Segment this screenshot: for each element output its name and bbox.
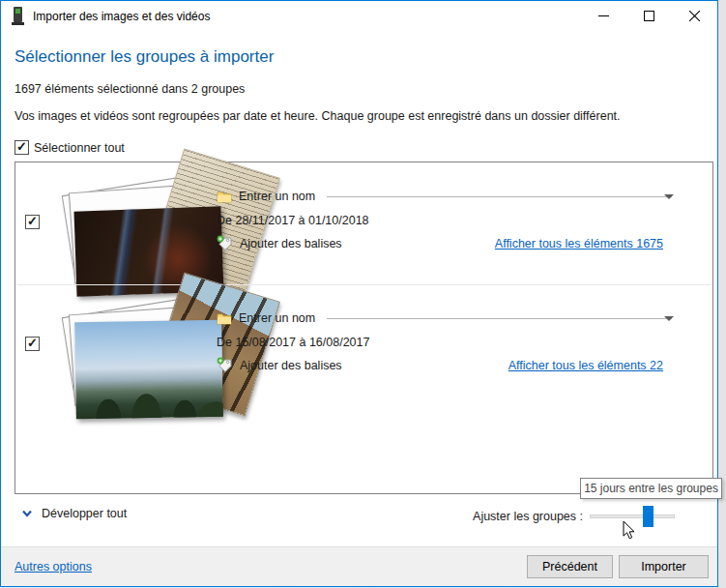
maximize-icon [644, 11, 654, 21]
group-1-show-all-link[interactable]: Afficher tous les éléments 1675 [495, 237, 663, 250]
minimize-button[interactable] [581, 1, 626, 31]
slider-track[interactable] [590, 514, 675, 518]
group-1-checkbox[interactable] [25, 215, 40, 229]
group-1-date-range: De 28/11/2017 à 01/10/2018 [217, 214, 369, 227]
landscape-photo-thumbnail [74, 320, 223, 420]
close-button[interactable] [672, 1, 717, 31]
group-row-2: Entrer un nom De 15/08/2017 à 16/08/2017… [15, 284, 712, 406]
select-all-label: Sélectionner tout [34, 141, 125, 155]
adjust-groups-label: Ajuster les groupes : [473, 510, 583, 523]
select-all-row: Sélectionner tout [15, 140, 125, 155]
window-title: Importer des images et des vidéos [33, 10, 210, 23]
slider-tooltip: 15 jours entre les groupes [580, 478, 722, 499]
expand-all-toggle[interactable]: Développer tout [22, 507, 127, 520]
chevron-down-icon [22, 510, 32, 517]
group-1-add-tags[interactable]: Ajouter des balises [240, 237, 342, 250]
mouse-cursor [623, 520, 636, 541]
group-2-expand-arrow[interactable] [664, 316, 674, 321]
import-device-icon [12, 7, 24, 25]
slider-thumb[interactable] [643, 506, 653, 527]
name-field-line [327, 196, 672, 197]
adjust-groups-control: Ajuster les groupes : [473, 506, 675, 527]
group-2-name-field[interactable]: Entrer un nom [239, 311, 315, 325]
group-1-name-field[interactable]: Entrer un nom [239, 190, 315, 203]
name-field-line [327, 318, 672, 319]
group-2-checkbox[interactable] [25, 337, 40, 351]
selection-summary: 1697 éléments sélectionné dans 2 groupes [15, 82, 245, 96]
footer-bar: Autres options Précédent Importer [1, 546, 717, 586]
group-2-add-tags[interactable]: Ajouter des balises [240, 359, 342, 372]
page-title: Sélectionner les groupes à importer [15, 47, 274, 67]
group-1-expand-arrow[interactable] [664, 194, 674, 199]
back-button[interactable]: Précédent [527, 555, 613, 578]
group-2-date-range: De 15/08/2017 à 16/08/2017 [217, 336, 369, 349]
import-button[interactable]: Importer [619, 555, 709, 578]
group-list: Entrer un nom De 28/11/2017 à 01/10/2018… [15, 162, 713, 494]
folder-icon [217, 191, 232, 203]
close-icon [689, 11, 700, 21]
other-options-link[interactable]: Autres options [15, 560, 92, 573]
add-tag-icon [217, 235, 233, 251]
titlebar: Importer des images et des vidéos [1, 1, 717, 31]
grouping-description: Vos images et vidéos sont regroupées par… [15, 109, 621, 123]
expand-all-label: Développer tout [42, 507, 127, 520]
folder-icon [217, 312, 232, 325]
group-row-1: Entrer un nom De 28/11/2017 à 01/10/2018… [15, 162, 712, 284]
add-tag-icon [217, 357, 233, 373]
minimize-icon [598, 11, 609, 21]
select-all-checkbox[interactable] [15, 140, 29, 155]
group-2-show-all-link[interactable]: Afficher tous les éléments 22 [508, 359, 663, 372]
maximize-button[interactable] [626, 1, 672, 31]
